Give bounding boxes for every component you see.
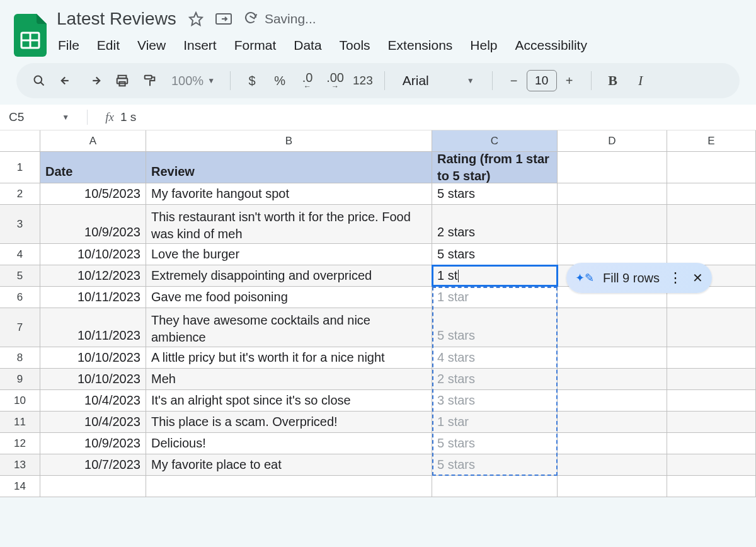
cell[interactable]: 2 stars: [432, 369, 558, 389]
cell[interactable]: [40, 476, 146, 497]
menu-data[interactable]: Data: [294, 38, 321, 53]
select-all-corner[interactable]: [0, 130, 40, 151]
search-icon[interactable]: [29, 71, 49, 91]
cell[interactable]: 3 stars: [432, 390, 558, 411]
cell[interactable]: This restaurant isn't worth it for the p…: [146, 205, 432, 243]
print-icon[interactable]: [112, 71, 132, 91]
cell[interactable]: [667, 454, 756, 475]
menu-edit[interactable]: Edit: [97, 38, 120, 53]
column-header-B[interactable]: B: [146, 130, 432, 151]
cell[interactable]: [558, 433, 667, 454]
menu-tools[interactable]: Tools: [340, 38, 370, 53]
cell[interactable]: 4 stars: [432, 347, 558, 368]
menu-view[interactable]: View: [137, 38, 166, 53]
zoom-select[interactable]: 100%▼: [171, 74, 215, 88]
cell[interactable]: 10/5/2023: [40, 183, 146, 204]
menu-file[interactable]: File: [58, 38, 79, 53]
redo-icon[interactable]: [84, 71, 105, 91]
row-header[interactable]: 10: [0, 390, 40, 411]
cell[interactable]: [667, 476, 756, 497]
cell[interactable]: 5 stars: [432, 433, 558, 454]
cell[interactable]: 10/11/2023: [40, 308, 146, 347]
menu-accessibility[interactable]: Accessibility: [515, 38, 587, 53]
row-header[interactable]: 9: [0, 369, 40, 389]
cell[interactable]: 10/10/2023: [40, 244, 146, 265]
cell[interactable]: [667, 308, 756, 347]
cell[interactable]: 10/4/2023: [40, 390, 146, 411]
cell[interactable]: [667, 390, 756, 411]
cell[interactable]: [146, 476, 432, 497]
font-size-increase[interactable]: +: [559, 71, 580, 91]
cell[interactable]: [558, 205, 667, 243]
cell[interactable]: 10/9/2023: [40, 205, 146, 243]
cell[interactable]: 10/7/2023: [40, 454, 146, 475]
cell[interactable]: They have awesome cocktails and nice amb…: [146, 308, 432, 347]
cell[interactable]: [432, 476, 558, 497]
sheets-logo[interactable]: [14, 14, 47, 57]
row-header[interactable]: 14: [0, 476, 40, 497]
cell[interactable]: 2 stars: [432, 205, 558, 243]
column-header-D[interactable]: D: [558, 130, 667, 151]
cell[interactable]: [667, 433, 756, 454]
menu-format[interactable]: Format: [234, 38, 277, 53]
active-cell[interactable]: 1 st: [432, 265, 558, 286]
close-icon[interactable]: ✕: [692, 270, 703, 285]
row-header[interactable]: 2: [0, 183, 40, 204]
document-title[interactable]: Latest Reviews: [57, 9, 176, 29]
formula-bar[interactable]: 1 s: [120, 110, 136, 124]
row-header[interactable]: 7: [0, 308, 40, 347]
cell[interactable]: 5 stars: [432, 183, 558, 204]
bold-button[interactable]: B: [603, 71, 623, 91]
cell[interactable]: [667, 244, 756, 265]
cell[interactable]: [558, 244, 667, 265]
header-cell-date[interactable]: Date: [40, 152, 146, 183]
paint-format-icon[interactable]: [140, 71, 160, 91]
increase-decimal-button[interactable]: .00→: [325, 71, 345, 91]
cell[interactable]: Love the burger: [146, 244, 432, 265]
menu-extensions[interactable]: Extensions: [388, 38, 453, 53]
cell[interactable]: 5 stars: [432, 244, 558, 265]
column-header-A[interactable]: A: [40, 130, 146, 151]
move-to-folder-icon[interactable]: [215, 11, 232, 27]
cell[interactable]: My favorite hangout spot: [146, 183, 432, 204]
autofill-action[interactable]: Fill 9 rows: [603, 271, 660, 285]
column-header-C[interactable]: C: [432, 130, 558, 151]
row-header[interactable]: 12: [0, 433, 40, 454]
cell[interactable]: [558, 308, 667, 347]
row-header[interactable]: 8: [0, 347, 40, 368]
cell[interactable]: A little pricy but it's worth it for a n…: [146, 347, 432, 368]
row-header[interactable]: 3: [0, 205, 40, 243]
cell[interactable]: 5 stars: [432, 308, 558, 347]
name-box[interactable]: C5▼: [9, 110, 69, 124]
star-icon[interactable]: [188, 11, 204, 27]
cell[interactable]: [667, 369, 756, 389]
cell[interactable]: Extremely disappointing and overpriced: [146, 265, 432, 286]
cell[interactable]: 1 star: [432, 287, 558, 308]
cell[interactable]: [558, 476, 667, 497]
cell[interactable]: [558, 347, 667, 368]
undo-icon[interactable]: [57, 71, 77, 91]
font-size-decrease[interactable]: −: [504, 71, 524, 91]
cell[interactable]: 1 star: [432, 412, 558, 432]
header-cell-review[interactable]: Review: [146, 152, 432, 183]
cell[interactable]: 10/4/2023: [40, 412, 146, 432]
cell[interactable]: [558, 412, 667, 432]
format-percent-button[interactable]: %: [270, 71, 290, 91]
row-header[interactable]: 5: [0, 265, 40, 286]
column-header-E[interactable]: E: [667, 130, 756, 151]
cell[interactable]: Gave me food poisoning: [146, 287, 432, 308]
cell[interactable]: 10/10/2023: [40, 369, 146, 389]
row-header[interactable]: 11: [0, 412, 40, 432]
decrease-decimal-button[interactable]: .0←: [297, 71, 318, 91]
cell[interactable]: [667, 205, 756, 243]
row-header[interactable]: 1: [0, 152, 40, 183]
cell[interactable]: [667, 152, 756, 183]
cell[interactable]: Delicious!: [146, 433, 432, 454]
menu-insert[interactable]: Insert: [183, 38, 217, 53]
cell[interactable]: [558, 183, 667, 204]
cell[interactable]: This place is a scam. Overpriced!: [146, 412, 432, 432]
italic-button[interactable]: I: [631, 71, 651, 91]
cell[interactable]: 10/9/2023: [40, 433, 146, 454]
row-header[interactable]: 4: [0, 244, 40, 265]
cell[interactable]: 10/11/2023: [40, 287, 146, 308]
